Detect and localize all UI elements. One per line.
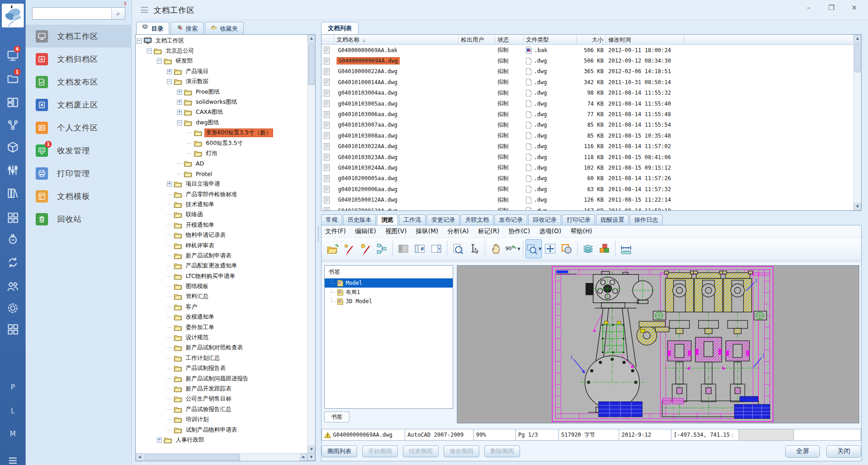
column-size[interactable]: 大小 xyxy=(577,35,606,44)
rail-letter-M[interactable]: M xyxy=(0,430,26,438)
table-row[interactable]: G04000000069AA.bak 拟制 .bak 506 KB 2012-0… xyxy=(321,45,861,55)
tree-node[interactable]: 新产品开发跟踪表 xyxy=(137,384,306,394)
menu-item[interactable]: 文件(F) xyxy=(325,227,346,235)
rail-nodes-icon[interactable] xyxy=(6,119,19,132)
cad-preview-canvas[interactable]: 1 1 1 xyxy=(457,265,859,423)
rail-folder-icon[interactable]: 1 xyxy=(6,72,19,85)
tree-node[interactable]: 技术通知单 xyxy=(137,199,306,209)
tab-回收记录[interactable]: 回收记录 xyxy=(528,214,561,225)
tab-工作流[interactable]: 工作流 xyxy=(399,214,426,225)
solid-views-icon[interactable] xyxy=(596,239,613,258)
rail-sync-icon[interactable] xyxy=(6,256,19,269)
tree-node[interactable]: − dwg图纸 xyxy=(137,118,306,128)
tree-node[interactable]: + Proe图纸 xyxy=(137,87,306,97)
tree-node[interactable]: 产品试验报告汇总 xyxy=(137,404,306,414)
table-row[interactable]: g04010200005aa.dwg 拟制 .dwg 60 KB 2011-08… xyxy=(321,173,861,184)
tree-node[interactable]: − 文档工作区 xyxy=(137,36,306,46)
bookmark-item[interactable]: 3D Model xyxy=(325,297,453,306)
column-status[interactable]: 状态 xyxy=(495,35,524,44)
tab-发布记录[interactable]: 发布记录 xyxy=(494,214,527,225)
markup-edit-icon[interactable] xyxy=(357,239,374,258)
fit-all-icon[interactable] xyxy=(542,239,558,258)
tree-expander[interactable]: − xyxy=(137,38,142,43)
tree-node[interactable]: + 产品项目 xyxy=(137,66,306,76)
tree-node[interactable]: 资料汇总 xyxy=(137,292,306,302)
rotate-90-icon[interactable]: 90°▼ xyxy=(504,239,520,258)
column-name[interactable]: 文档名称▲ xyxy=(334,35,459,44)
pane-next-icon[interactable] xyxy=(428,239,445,258)
rail-books-icon[interactable] xyxy=(6,187,19,199)
column-time[interactable]: 修改时间 xyxy=(606,35,685,44)
sidebar-item-template[interactable]: 文档模板 xyxy=(26,185,132,208)
tree-node[interactable]: 样机评审表 xyxy=(137,241,306,251)
table-row[interactable]: g04010103008aa.dwg 拟制 .dwg 85 KB 2011-08… xyxy=(321,130,861,141)
table-row[interactable]: g04010103007aa.dwg 拟制 .dwg 85 KB 2011-08… xyxy=(321,120,861,130)
rail-sliders-icon[interactable] xyxy=(6,164,19,176)
table-row[interactable]: g04010103006aa.dwg 拟制 .dwg 77 KB 2011-08… xyxy=(321,109,861,119)
layers-icon[interactable] xyxy=(580,239,596,258)
table-row[interactable]: G04010000022AA.dwg 拟制 .dwg 365 KB 2012-0… xyxy=(321,66,861,77)
sidebar-item-publish[interactable]: 文档发布区 xyxy=(26,70,132,93)
button-删除圈阅[interactable]: 删除圈阅 xyxy=(484,445,520,457)
button-开始圈阅[interactable]: 开始圈阅 xyxy=(362,445,398,457)
table-row[interactable]: G04000000069AA.dwg 拟制 .dwg 506 KB 2012-0… xyxy=(321,55,861,66)
tree-node[interactable]: 变形600短泵3.5寸（新） xyxy=(137,128,306,138)
tree-node[interactable]: 联络函 xyxy=(137,210,306,220)
tree-expander[interactable]: + xyxy=(177,100,182,105)
table-row[interactable]: g04010103005aa.dwg 拟制 .dwg 74 KB 2011-08… xyxy=(321,98,861,109)
button-修改圈阅[interactable]: 修改圈阅 xyxy=(444,445,479,457)
tree-node[interactable]: 灯泡 xyxy=(137,148,306,158)
tree-node[interactable]: 培训计划 xyxy=(137,414,306,424)
tree-node[interactable]: 新产品试制对照检查表 xyxy=(137,343,306,353)
tree-corner-button[interactable]: ▼ xyxy=(307,453,315,461)
tree-expander[interactable]: + xyxy=(157,438,162,443)
tree-node[interactable]: 改模通知单 xyxy=(137,312,306,322)
dropdown-caret-icon[interactable]: ▼ xyxy=(539,247,541,251)
tree-expander[interactable]: − xyxy=(157,59,162,64)
rail-gear-icon[interactable] xyxy=(6,302,19,315)
tree-node[interactable]: 产品试制报告表 xyxy=(137,363,306,374)
column-icon[interactable] xyxy=(321,35,334,44)
table-row[interactable]: g04010103004aa.dwg 拟制 .dwg 98 KB 2011-08… xyxy=(321,88,861,98)
tab-favorites[interactable]: 收藏夹 xyxy=(205,22,244,35)
tab-打印记录[interactable]: 打印记录 xyxy=(562,214,595,225)
tree-node[interactable]: − 北京总公司 xyxy=(137,46,306,56)
rail-cube-icon[interactable] xyxy=(6,141,19,154)
search-icon[interactable]: ⌕ xyxy=(111,8,125,19)
tab-操作日志[interactable]: 操作日志 xyxy=(630,214,663,225)
tree-node[interactable]: 新产品试制申请表 xyxy=(137,251,306,261)
tree-node[interactable]: + 项目立项申请 xyxy=(137,179,306,189)
sidebar-item-monitor[interactable]: 文档工作区 xyxy=(26,25,132,48)
zoom-window-icon[interactable]: ▼ xyxy=(525,239,542,258)
table-row[interactable]: G04010100014AA.dwg 拟制 .dwg 342 KB 2011-1… xyxy=(321,77,861,87)
column-user[interactable]: 检出用户 xyxy=(459,35,495,44)
tab-searchweb[interactable]: 搜索 xyxy=(171,22,204,35)
tree-node[interactable]: 工作计划汇总 xyxy=(137,353,306,363)
column-type[interactable]: 文件类型 xyxy=(524,35,577,44)
tab-变更记录[interactable]: 变更记录 xyxy=(427,214,460,225)
table-row[interactable]: G04010103023AA.dwg 拟制 .dwg 118 KB 2011-0… xyxy=(321,152,861,162)
sidebar-item-trash[interactable]: 回收站 xyxy=(26,208,132,230)
table-row[interactable]: G04010103024AA.dwg 拟制 .dwg 102 KB 2011-0… xyxy=(321,162,861,173)
rail-users-icon[interactable] xyxy=(6,280,19,293)
menu-item[interactable]: 视图(V) xyxy=(385,227,407,235)
bookmark-item[interactable]: Model xyxy=(325,278,453,288)
sidebar-item-sendrecv[interactable]: 1 收发管理 xyxy=(26,139,132,162)
tab-提醒设置[interactable]: 提醒设置 xyxy=(596,214,629,225)
tab-bookmarks[interactable]: 书签 xyxy=(324,412,349,422)
table-row[interactable]: G04010500012AA.dwg 拟制 .dwg 126 KB 2011-0… xyxy=(321,194,861,205)
tree-node[interactable]: 客户 xyxy=(137,302,306,312)
menu-item[interactable]: 操纵(M) xyxy=(416,227,438,235)
sidebar-item-abolish[interactable]: 文档废止区 xyxy=(26,93,132,116)
tree-node[interactable]: 产品配套更改通知单 xyxy=(137,261,306,271)
tree-expander[interactable]: + xyxy=(177,110,182,115)
panel-menu-icon[interactable] xyxy=(141,7,148,13)
tab-document-list[interactable]: 文档列表 xyxy=(321,22,359,34)
tree-node[interactable]: 设计规范 xyxy=(137,332,306,342)
tree-node[interactable]: − 演示数据 xyxy=(137,77,306,87)
sidebar-item-personal[interactable]: 个人文件区 xyxy=(26,116,132,139)
tab-历史版本[interactable]: 历史版本 xyxy=(343,214,376,225)
button-全屏[interactable]: 全屏 xyxy=(785,445,820,458)
open-folder-icon[interactable] xyxy=(324,239,341,258)
tab-关联文档[interactable]: 关联文档 xyxy=(461,214,493,225)
